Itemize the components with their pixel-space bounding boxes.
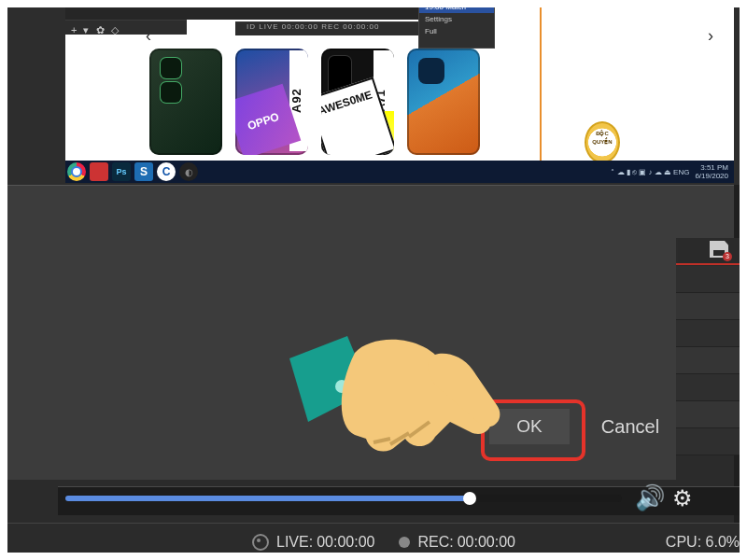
dropdown-item-1[interactable]: 19:00 Match xyxy=(419,1,494,13)
toolbar-icons[interactable]: + ▾ ✿ ◇ xyxy=(71,24,120,36)
taskbar-obs-icon[interactable]: ◐ xyxy=(179,162,198,181)
camera-icon xyxy=(161,58,181,78)
volume-icon[interactable]: 🔊 xyxy=(635,483,665,512)
phone-card-2[interactable]: A92 OPPO xyxy=(235,49,308,155)
taskbar-photoshop-icon[interactable]: Ps xyxy=(112,162,131,181)
camera-icon xyxy=(161,82,181,103)
cpu-value: 6.0% xyxy=(706,534,740,550)
live-time: 00:00:00 xyxy=(317,534,374,551)
exclusive-seal-icon: ĐỘC QUYỀN xyxy=(585,121,620,163)
cpu-readout: CPU: 6.0% xyxy=(666,534,740,551)
app-window: ‹ › › + ▾ ✿ ◇ ID LIVE 00:00:00 REC 00:00… xyxy=(0,0,747,560)
volume-slider-fill xyxy=(65,496,467,501)
rec-indicator-icon xyxy=(399,537,410,548)
ok-button[interactable]: OK xyxy=(489,409,570,444)
camera-icon xyxy=(418,58,444,84)
tray-icons[interactable]: ˄ ☁ ▮ ⎋ ▣ ♪ ☁ ⏏ ENG xyxy=(611,168,689,176)
side-panel-rows xyxy=(675,266,747,455)
list-item[interactable] xyxy=(675,374,747,401)
settings-gear-icon[interactable]: ⚙ xyxy=(672,485,693,511)
list-item[interactable] xyxy=(675,401,747,428)
toolbar-dropdown[interactable]: 19:00 Match Settings Full xyxy=(418,0,495,49)
toolbar-status-text: ID LIVE 00:00:00 REC 00:00:00 xyxy=(247,22,379,31)
phone-card-4[interactable] xyxy=(407,49,480,155)
dropdown-item-2[interactable]: Settings xyxy=(419,13,494,25)
accent-underline xyxy=(675,263,747,265)
live-label: LIVE: xyxy=(276,534,313,551)
taskbar-chrome-icon[interactable] xyxy=(67,162,86,181)
carousel-next[interactable]: › xyxy=(708,26,713,46)
screen-capture-preview: ‹ › › + ▾ ✿ ◇ ID LIVE 00:00:00 REC 00:00… xyxy=(65,0,734,161)
live-indicator-icon xyxy=(252,534,269,551)
taskbar-app-icon[interactable] xyxy=(90,162,108,181)
preview-region: ‹ › › + ▾ ✿ ◇ ID LIVE 00:00:00 REC 00:00… xyxy=(0,0,747,185)
rec-label: REC: xyxy=(417,534,453,551)
cancel-button[interactable]: Cancel xyxy=(586,409,674,444)
save-badge: 3 xyxy=(723,252,732,261)
taskbar-app2-icon[interactable]: C xyxy=(157,162,176,181)
cpu-label: CPU: xyxy=(666,534,701,550)
clock-time: 3:51 PM xyxy=(695,163,728,172)
list-item[interactable] xyxy=(675,293,747,320)
taskbar-snagit-icon[interactable]: S xyxy=(134,162,153,181)
dropdown-item-3[interactable]: Full xyxy=(419,25,494,37)
windows-taskbar[interactable]: Ps S C ◐ ˄ ☁ ▮ ⎋ ▣ ♪ ☁ ⏏ ENG 3:51 PM 6/1… xyxy=(65,161,734,183)
list-item[interactable] xyxy=(675,428,747,455)
status-bar: LIVE: 00:00:00 REC: 00:00:00 CPU: 6.0% xyxy=(0,523,747,560)
phone-card-1[interactable] xyxy=(149,49,222,155)
settings-dialog xyxy=(0,237,676,480)
list-item[interactable] xyxy=(675,347,747,374)
panel-header: ˄ ˅ xyxy=(0,185,747,239)
list-item[interactable] xyxy=(675,266,747,293)
list-item[interactable] xyxy=(675,320,747,347)
phone-card-3[interactable]: A71 AWES0ME xyxy=(321,49,394,155)
taskbar-tray[interactable]: ˄ ☁ ▮ ⎋ ▣ ♪ ☁ ⏏ ENG 3:51 PM 6/19/2020 xyxy=(611,163,734,180)
rec-time: 00:00:00 xyxy=(458,534,515,551)
taskbar-clock[interactable]: 3:51 PM 6/19/2020 xyxy=(695,163,728,180)
volume-slider-thumb[interactable] xyxy=(463,492,476,505)
product-row: A92 OPPO A71 AWES0ME xyxy=(149,47,609,157)
clock-date: 6/19/2020 xyxy=(695,172,728,180)
